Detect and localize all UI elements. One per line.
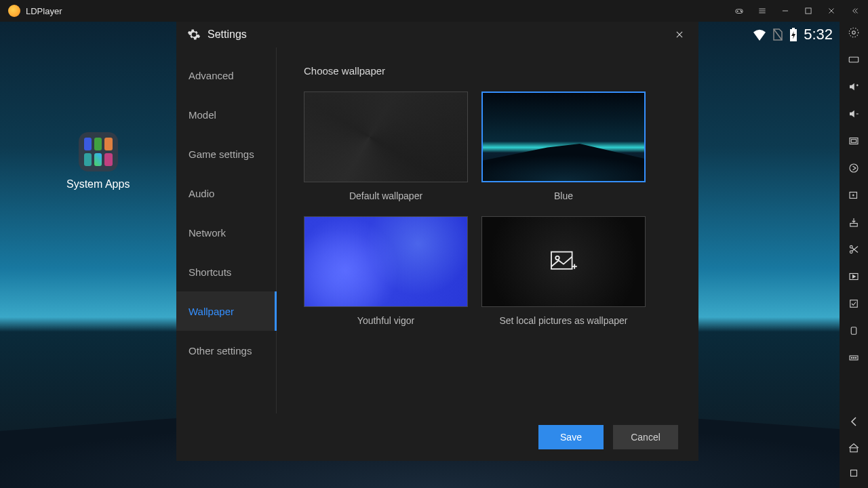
wallpaper-thumb-vigor xyxy=(304,216,468,307)
sidebar-item-shortcuts[interactable]: Shortcuts xyxy=(176,252,276,291)
settings-content: Choose wallpaper Default wallpaperBlueYo… xyxy=(277,47,698,413)
close-settings-button[interactable] xyxy=(671,26,688,43)
multi-instance-icon[interactable] xyxy=(847,188,861,202)
wifi-icon xyxy=(752,28,767,41)
collapse-sidebar-icon[interactable] xyxy=(849,5,860,16)
svg-rect-17 xyxy=(849,57,859,62)
svg-rect-48 xyxy=(551,252,572,269)
wallpaper-label: Youthful vigor xyxy=(357,315,414,326)
settings-gear-icon[interactable] xyxy=(847,26,861,39)
svg-rect-39 xyxy=(851,327,856,335)
svg-rect-38 xyxy=(850,300,858,308)
svg-point-3 xyxy=(741,10,741,11)
settings-dialog: Settings AdvancedModelGame settingsAudio… xyxy=(176,22,698,461)
minimize-icon[interactable] xyxy=(780,5,791,16)
menu-icon[interactable] xyxy=(757,5,768,16)
svg-marker-37 xyxy=(853,275,856,279)
svg-rect-14 xyxy=(792,28,795,29)
volume-up-icon[interactable] xyxy=(847,80,861,94)
wallpaper-grid: Default wallpaperBlueYouthful vigorSet l… xyxy=(304,92,671,326)
svg-point-4 xyxy=(741,12,742,12)
keyboard-icon[interactable] xyxy=(847,53,861,66)
sync-icon[interactable] xyxy=(847,161,861,175)
volume-down-icon[interactable] xyxy=(847,107,861,121)
operation-record-icon[interactable] xyxy=(847,297,861,310)
sidebar-item-model[interactable]: Model xyxy=(176,95,276,134)
cancel-button[interactable]: Cancel xyxy=(613,425,678,449)
wallpaper-label: Set local pictures as wallpaper xyxy=(499,315,627,326)
settings-header: Settings xyxy=(176,22,698,47)
gamepad-icon[interactable] xyxy=(734,5,745,16)
svg-rect-45 xyxy=(851,470,857,476)
svg-rect-30 xyxy=(850,224,858,227)
wallpaper-option-local[interactable]: Set local pictures as wallpaper xyxy=(481,216,646,326)
desktop-icon-label: System Apps xyxy=(66,178,130,190)
folder-icon xyxy=(79,132,118,171)
back-icon[interactable] xyxy=(847,415,861,428)
sidebar-item-advanced[interactable]: Advanced xyxy=(176,56,276,95)
svg-rect-44 xyxy=(850,448,858,452)
more-icon[interactable] xyxy=(847,351,861,365)
settings-title: Settings xyxy=(208,28,247,41)
svg-rect-9 xyxy=(806,8,811,14)
system-apps-folder[interactable]: System Apps xyxy=(66,132,130,190)
clock: 5:32 xyxy=(804,26,833,43)
right-toolbar xyxy=(840,22,868,488)
wallpaper-option-blue[interactable]: Blue xyxy=(481,92,646,201)
sidebar-item-network[interactable]: Network xyxy=(176,213,276,252)
close-icon[interactable] xyxy=(826,5,837,16)
sidebar-item-wallpaper[interactable]: Wallpaper xyxy=(176,291,277,331)
gear-icon xyxy=(187,28,201,41)
svg-point-33 xyxy=(850,251,852,253)
section-title: Choose wallpaper xyxy=(304,65,671,77)
fullscreen-icon[interactable] xyxy=(847,134,861,148)
svg-point-26 xyxy=(850,164,858,172)
svg-point-16 xyxy=(849,28,859,37)
record-icon[interactable] xyxy=(847,270,861,283)
svg-rect-25 xyxy=(851,140,856,143)
svg-point-43 xyxy=(855,357,856,359)
ldplayer-logo-icon xyxy=(8,5,20,17)
recent-icon[interactable] xyxy=(847,466,861,480)
wallpaper-option-vigor[interactable]: Youthful vigor xyxy=(304,216,468,326)
svg-point-15 xyxy=(852,31,856,35)
settings-footer: Save Cancel xyxy=(176,413,698,461)
rotate-icon[interactable] xyxy=(847,324,861,338)
svg-point-42 xyxy=(853,357,854,359)
sidebar-item-other-settings[interactable]: Other settings xyxy=(176,331,276,370)
install-apk-icon[interactable] xyxy=(847,216,861,229)
svg-point-49 xyxy=(555,256,559,260)
wallpaper-label: Default wallpaper xyxy=(349,190,422,201)
titlebar: LDPlayer xyxy=(0,0,868,22)
scissors-icon[interactable] xyxy=(847,243,861,256)
sidebar-item-audio[interactable]: Audio xyxy=(176,174,276,213)
no-sim-icon xyxy=(772,28,783,41)
home-icon[interactable] xyxy=(847,441,861,454)
wallpaper-thumb-local xyxy=(481,216,646,307)
wallpaper-label: Blue xyxy=(554,190,573,201)
battery-icon xyxy=(789,27,798,42)
app-title: LDPlayer xyxy=(26,6,62,16)
save-button[interactable]: Save xyxy=(538,425,604,449)
svg-point-41 xyxy=(851,357,852,359)
sidebar-item-game-settings[interactable]: Game settings xyxy=(176,134,276,174)
wallpaper-option-default[interactable]: Default wallpaper xyxy=(304,92,468,201)
maximize-icon[interactable] xyxy=(803,5,814,16)
android-status-bar: 5:32 xyxy=(752,26,833,43)
settings-sidebar: AdvancedModelGame settingsAudioNetworkSh… xyxy=(176,47,277,413)
svg-point-32 xyxy=(850,245,852,248)
wallpaper-thumb-blue xyxy=(481,92,646,182)
wallpaper-thumb-default xyxy=(304,92,468,182)
